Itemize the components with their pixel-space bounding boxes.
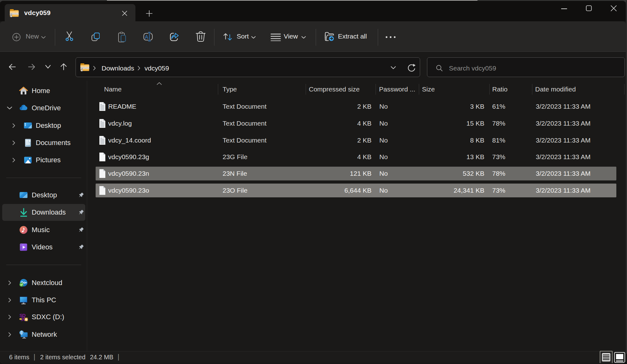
svg-text:X: X xyxy=(21,316,25,321)
svg-text:A: A xyxy=(145,34,148,40)
